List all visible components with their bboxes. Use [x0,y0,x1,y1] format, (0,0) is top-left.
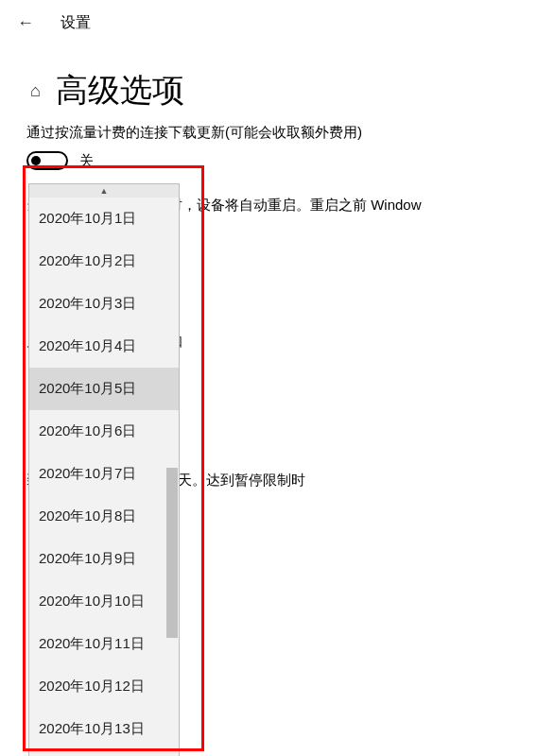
date-option[interactable]: 2020年10月3日 [29,283,179,325]
date-option[interactable]: 2020年10月11日 [29,623,179,665]
date-option[interactable]: 2020年10月12日 [29,665,179,708]
toggle-state-label: 关 [79,152,94,170]
date-option[interactable]: 2020年10月9日 [29,538,179,580]
date-dropdown[interactable]: ▲ 2020年10月1日2020年10月2日2020年10月3日2020年10月… [28,183,180,756]
date-option[interactable]: 2020年10月14日 [29,750,179,756]
date-option[interactable]: 2020年10月4日 [29,325,179,368]
date-option[interactable]: 2020年10月6日 [29,410,179,453]
scroll-up-icon[interactable]: ▲ [29,184,179,198]
page-title: 高级选项 [56,69,184,112]
toggle-knob [31,156,41,165]
date-option[interactable]: 2020年10月1日 [29,198,179,240]
date-option[interactable]: 2020年10月7日 [29,453,179,495]
date-option[interactable]: 2020年10月5日 [29,368,179,410]
date-option[interactable]: 2020年10月13日 [29,708,179,750]
home-icon[interactable]: ⌂ [30,81,41,101]
date-option[interactable]: 2020年10月10日 [29,580,179,623]
back-icon[interactable]: ← [17,13,34,33]
dropdown-list: 2020年10月1日2020年10月2日2020年10月3日2020年10月4日… [29,198,179,756]
date-option[interactable]: 2020年10月8日 [29,495,179,538]
scrollbar-thumb[interactable] [166,468,178,638]
date-option[interactable]: 2020年10月2日 [29,240,179,283]
metered-description: 通过按流量计费的连接下载更新(可能会收取额外费用) [0,120,537,147]
metered-toggle[interactable] [26,151,68,170]
app-name: 设置 [61,13,91,33]
